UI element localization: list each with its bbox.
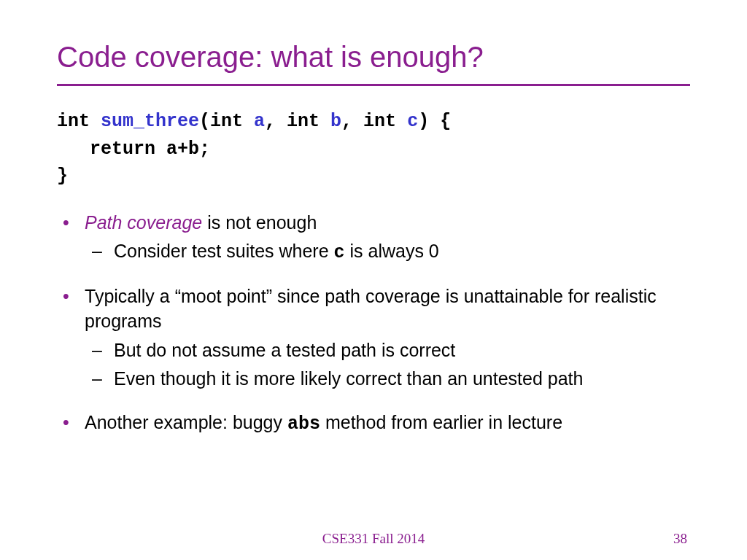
bullet-1-sub-1-pre: Consider test suites where [114, 241, 334, 261]
code-text: (int [199, 111, 254, 132]
code-param: c [407, 111, 418, 132]
bullet-3-pre: Another example: buggy [85, 412, 287, 432]
bullet-3-post: method from earlier in lecture [320, 412, 562, 432]
code-text: , int [265, 111, 330, 132]
code-text: , int [341, 111, 407, 132]
code-param: a [254, 111, 265, 132]
bullet-1-sub-1-mono: c [334, 242, 345, 263]
code-param: b [330, 111, 341, 132]
code-text: ) { [418, 111, 451, 132]
code-block: int sum_three(int a, int b, int c) { ret… [57, 108, 690, 190]
slide-title: Code coverage: what is enough? [57, 41, 690, 74]
bullet-2: Typically a “moot point” since path cove… [57, 284, 690, 334]
code-text: int [57, 111, 101, 132]
bullet-1-sub-1-post: is always 0 [345, 241, 439, 261]
bullet-3-mono: abs [287, 413, 320, 435]
bullet-2-sub-2: Even though it is more likely correct th… [57, 367, 690, 392]
bullet-3: Another example: buggy abs method from e… [57, 411, 690, 437]
bullet-list: Path coverage is not enough Consider tes… [57, 211, 690, 437]
bullet-2-sub-1: But do not assume a tested path is corre… [57, 338, 690, 363]
code-line-1: int sum_three(int a, int b, int c) { [57, 108, 690, 136]
footer-text: CSE331 Fall 2014 [0, 531, 747, 547]
code-line-2: return a+b; [57, 136, 690, 163]
title-rule [57, 84, 690, 86]
page-number: 38 [673, 531, 687, 547]
bullet-1-text: is not enough [202, 212, 317, 233]
code-line-3: } [57, 163, 690, 190]
bullet-1: Path coverage is not enough [57, 211, 690, 236]
bullet-1-sub-1: Consider test suites where c is always 0 [57, 239, 690, 265]
bullet-1-em: Path coverage [85, 212, 202, 233]
code-fn-name: sum_three [101, 111, 199, 132]
